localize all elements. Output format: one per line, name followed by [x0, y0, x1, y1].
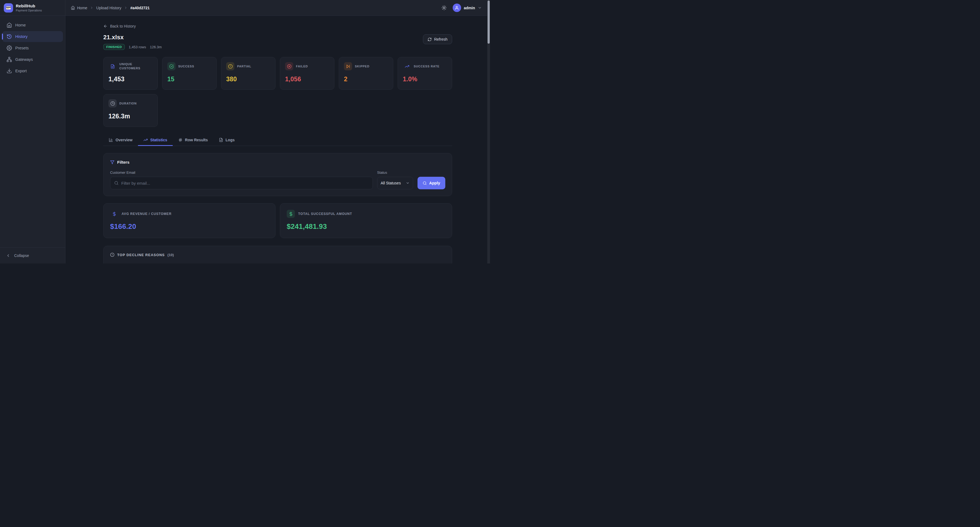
- trending-up-icon: [143, 138, 148, 142]
- breadcrumb-home[interactable]: Home: [71, 6, 87, 10]
- stat-icon-tile: [108, 99, 117, 107]
- filter-icon: [110, 160, 115, 164]
- app-logo: [4, 3, 13, 13]
- history-icon: [6, 34, 12, 39]
- app-subtitle: Payment Operations: [16, 9, 42, 12]
- brand: RebillHub Payment Operations: [0, 0, 65, 16]
- user-name: admin: [464, 6, 475, 10]
- stats-row-2: DURATION 126.3m: [103, 94, 452, 127]
- stat-label: FAILED: [296, 64, 308, 69]
- breadcrumb: Home Upload History #a40d2721: [71, 6, 150, 10]
- tab-label: Logs: [226, 138, 235, 142]
- dollar-icon: [112, 212, 117, 216]
- page-header: 21.xlsx FINISHED 1,453 rows 126.3m Refre…: [103, 34, 452, 50]
- stat-card-failed: FAILED 1,056: [280, 57, 334, 90]
- metrics-row: AVG REVENUE / CUSTOMER $166.20 TOTAL SUC…: [103, 203, 452, 238]
- metric-card-total-successful-amount: TOTAL SUCCESSFUL AMOUNT $241,481.93: [280, 203, 452, 238]
- bar-chart-icon: [109, 138, 113, 142]
- active-indicator: [2, 34, 3, 40]
- refresh-button[interactable]: Refresh: [423, 34, 452, 44]
- collapse-label: Collapse: [14, 253, 29, 258]
- sidebar: RebillHub Payment Operations Home Histor…: [0, 0, 65, 264]
- file-text-icon: [110, 64, 115, 69]
- back-to-history-link[interactable]: Back to History: [103, 24, 136, 29]
- stat-value: 1,453: [108, 75, 153, 83]
- sidebar-item-label: History: [15, 34, 27, 39]
- sidebar-item-label: Presets: [15, 46, 29, 50]
- sidebar-item-home[interactable]: Home: [2, 20, 63, 30]
- rows-count: 1,453 rows: [129, 45, 146, 49]
- tab-statistics[interactable]: Statistics: [138, 138, 172, 146]
- stat-icon-tile: [226, 62, 234, 70]
- chevron-right-icon: [124, 6, 127, 10]
- sidebar-item-gateways[interactable]: Gateways: [2, 54, 63, 65]
- clock-icon: [110, 101, 115, 106]
- page-title: 21.xlsx: [103, 34, 162, 41]
- skip-forward-icon: [346, 64, 350, 69]
- stat-label: PARTIAL: [237, 64, 251, 69]
- tab-logs[interactable]: Logs: [213, 138, 240, 146]
- decline-count: (10): [168, 253, 174, 257]
- metric-value: $166.20: [110, 222, 269, 231]
- search-icon: [423, 181, 427, 185]
- credit-card-icon: [6, 5, 11, 11]
- user-menu[interactable]: admin: [453, 3, 482, 12]
- trending-up-icon: [405, 64, 409, 69]
- apply-button[interactable]: Apply: [417, 177, 445, 189]
- x-circle-icon: [287, 64, 291, 69]
- dollar-icon: [289, 212, 293, 216]
- gateways-icon: [6, 57, 12, 62]
- user-icon: [455, 6, 459, 10]
- metric-label: TOTAL SUCCESSFUL AMOUNT: [298, 212, 352, 216]
- filters-title: Filters: [117, 160, 129, 164]
- tab-label: Statistics: [150, 138, 167, 142]
- avatar: [453, 3, 461, 12]
- status-select[interactable]: All Statuses: [377, 177, 413, 189]
- stats-row-1: UNIQUE CUSTOMERS 1,453 SUCCESS 15 PARTIA…: [103, 57, 452, 90]
- stat-value: 380: [226, 75, 270, 83]
- sidebar-item-presets[interactable]: Presets: [2, 43, 63, 53]
- tab-label: Overview: [116, 138, 132, 142]
- app-title: RebillHub: [16, 3, 42, 8]
- email-filter-input[interactable]: [121, 181, 369, 185]
- home-icon: [71, 6, 75, 10]
- app-window: RebillHub Payment Operations Home Histor…: [0, 0, 490, 264]
- theme-toggle-button[interactable]: [441, 5, 447, 10]
- tab-label: Row Results: [185, 138, 208, 142]
- tab-overview[interactable]: Overview: [103, 138, 138, 146]
- tab-bar: Overview Statistics Row Results Logs: [103, 138, 452, 146]
- topbar: Home Upload History #a40d2721 admin: [65, 0, 490, 16]
- sidebar-item-history[interactable]: History: [2, 31, 63, 42]
- decline-title: TOP DECLINE REASONS: [117, 253, 165, 257]
- stat-card-partial: PARTIAL 380: [221, 57, 275, 90]
- scrollbar-thumb[interactable]: [488, 0, 490, 44]
- stat-card-success-rate: SUCCESS RATE 1.0%: [398, 57, 452, 90]
- stat-value: 2: [344, 75, 388, 83]
- status-label: Status: [377, 171, 413, 174]
- home-icon: [6, 22, 12, 28]
- metric-value: $241,481.93: [287, 222, 445, 231]
- stat-value: 15: [167, 75, 212, 83]
- scrollbar-track[interactable]: [487, 0, 490, 264]
- customer-email-label: Customer Email: [110, 171, 373, 174]
- metric-label: AVG REVENUE / CUSTOMER: [121, 212, 172, 216]
- metric-icon-tile: [110, 210, 118, 218]
- stat-icon-tile: [344, 62, 352, 70]
- metric-icon-tile: [287, 210, 295, 218]
- stat-label: SUCCESS RATE: [414, 64, 439, 69]
- sidebar-footer: Collapse: [0, 248, 65, 264]
- collapse-button[interactable]: Collapse: [3, 251, 62, 261]
- arrow-left-icon: [103, 24, 108, 29]
- alert-circle-icon: [110, 252, 115, 257]
- file-text-icon: [219, 138, 223, 142]
- stat-label: SUCCESS: [178, 64, 194, 69]
- tab-row-results[interactable]: Row Results: [173, 138, 213, 146]
- gear-icon: [6, 45, 12, 51]
- duration-meta: 126.3m: [150, 45, 162, 49]
- breadcrumb-upload-history[interactable]: Upload History: [96, 6, 121, 10]
- stat-card-skipped: SKIPPED 2: [339, 57, 393, 90]
- breadcrumb-a40d2721: #a40d2721: [130, 6, 150, 10]
- filters-panel: Filters Customer Email Status: [103, 153, 452, 196]
- sidebar-item-export[interactable]: Export: [2, 65, 63, 77]
- check-circle-icon: [169, 64, 174, 69]
